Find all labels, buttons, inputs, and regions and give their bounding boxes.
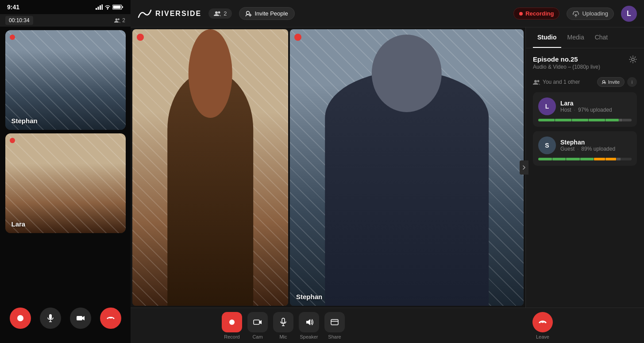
info-btn[interactable]: i [627, 77, 637, 87]
bottom-controls: Record Cam Mic Speaker Share [131, 308, 644, 343]
share-control: Share [324, 312, 345, 339]
phone-mic-btn[interactable] [40, 308, 61, 329]
upload-cloud-icon [572, 10, 579, 17]
speaker-icon [305, 318, 313, 326]
recording-label: Recording [525, 10, 554, 17]
svg-rect-0 [96, 8, 97, 10]
settings-btn[interactable] [629, 55, 637, 65]
phone-lara-label: Lara [12, 220, 26, 228]
svg-point-17 [247, 11, 250, 14]
stephan-upload-pct: 89% uploaded [581, 146, 615, 152]
share-btn[interactable] [324, 312, 345, 332]
speaker-label: Speaker [300, 334, 318, 339]
svg-point-21 [632, 58, 634, 61]
svg-rect-11 [49, 314, 52, 319]
tab-chat[interactable]: Chat [590, 27, 613, 48]
share-icon [330, 318, 339, 326]
svg-rect-1 [98, 7, 99, 10]
svg-point-10 [17, 315, 23, 321]
end-call-icon [538, 319, 548, 325]
mic-icon-phone [47, 314, 54, 323]
stephan-avatar: S [538, 136, 556, 154]
user-avatar[interactable]: L [621, 6, 637, 22]
leave-label: Leave [536, 334, 549, 339]
svg-point-22 [534, 80, 537, 82]
mic-label: Mic [279, 334, 287, 339]
share-label: Share [328, 334, 341, 339]
record-btn[interactable] [222, 312, 242, 332]
recording-dot [519, 12, 523, 16]
add-person-icon [602, 80, 606, 84]
phone-video-stephan: Stephan [5, 30, 126, 130]
participants-section: You and 1 other Invite i [533, 77, 637, 166]
svg-rect-29 [282, 318, 285, 323]
main-app: RIVERSIDE 2 Invite People Recording Uplo… [131, 0, 644, 343]
speaker-control: Speaker [299, 312, 319, 339]
lara-rec-indicator [137, 34, 144, 41]
episode-title: Episode no.25 [533, 55, 600, 63]
invite-icon [246, 11, 252, 17]
stephan-upload-bar [538, 158, 632, 160]
gear-icon [629, 55, 637, 63]
phone-bottom-controls [0, 302, 131, 334]
invite-people-btn[interactable]: Invite People [239, 7, 294, 20]
stephan-video-label: Stephan [296, 293, 322, 300]
svg-point-8 [116, 19, 118, 21]
phone-timer-bar: 00:10:34 2 [0, 14, 131, 27]
cam-btn[interactable] [247, 312, 268, 332]
record-icon-phone [16, 314, 24, 322]
content-area: Stephan Studio Media Chat [131, 27, 644, 308]
tab-studio[interactable]: Studio [533, 27, 561, 48]
riverside-logo-icon [138, 9, 152, 18]
episode-header: Episode no.25 Audio & Video – (1080p liv… [533, 55, 637, 70]
mic-control: Mic [273, 312, 293, 339]
mic-btn[interactable] [273, 312, 293, 332]
svg-rect-2 [100, 5, 101, 10]
logo-text: RIVERSIDE [155, 10, 201, 18]
participants-badge[interactable]: 2 [208, 8, 232, 19]
phone-cam-btn[interactable] [70, 308, 91, 329]
phone-rec-dot-stephan [10, 35, 15, 40]
end-call-icon-phone [106, 315, 115, 321]
phone-status-icons [96, 4, 123, 10]
svg-rect-3 [102, 4, 103, 10]
phone-timer: 00:10:34 [5, 16, 33, 25]
people-icon [214, 11, 221, 16]
participant-card-lara: L Lara Host · 97% uploaded [533, 92, 637, 127]
video-grid: Stephan [131, 27, 525, 308]
people-icon-panel [533, 79, 540, 85]
panel-collapse-btn[interactable] [520, 160, 528, 175]
phone-rec-dot-lara [10, 138, 15, 143]
cam-icon [253, 319, 262, 326]
leave-btn[interactable] [532, 312, 553, 332]
phone-record-btn[interactable] [10, 308, 31, 329]
stephan-role: Guest [560, 146, 575, 152]
invite-people-label: Invite People [255, 10, 288, 17]
record-icon [228, 318, 236, 326]
phone-status-bar: 9:41 [0, 0, 131, 14]
stephan-rec-indicator [294, 34, 301, 41]
lara-upload-bar [538, 119, 632, 121]
tab-media[interactable]: Media [563, 27, 589, 48]
panel-tabs: Studio Media Chat [526, 27, 644, 48]
participant-actions: Invite i [597, 77, 637, 87]
right-panel: Studio Media Chat Episode [525, 27, 644, 308]
phone-overlay: 9:41 00:10:34 2 Stephan Lara [0, 0, 131, 343]
recording-badge: Recording [513, 8, 559, 19]
phone-end-btn[interactable] [100, 308, 121, 329]
stephan-info: Stephan Guest · 89% uploaded [560, 139, 632, 152]
video-cell-stephan: Stephan [290, 29, 524, 306]
speaker-btn[interactable] [299, 312, 319, 332]
topbar: RIVERSIDE 2 Invite People Recording Uplo… [131, 0, 644, 27]
svg-point-27 [229, 320, 235, 325]
participants-row: You and 1 other Invite i [533, 77, 637, 87]
invite-small-label: Invite [608, 79, 620, 85]
people-icon-small [114, 18, 120, 23]
svg-rect-14 [77, 316, 82, 320]
leave-control: Leave [532, 312, 553, 339]
invite-small-btn[interactable]: Invite [597, 77, 625, 87]
svg-point-4 [107, 8, 108, 9]
svg-rect-6 [122, 6, 123, 8]
svg-rect-7 [113, 6, 121, 9]
uploading-badge: Uploading [567, 8, 614, 20]
